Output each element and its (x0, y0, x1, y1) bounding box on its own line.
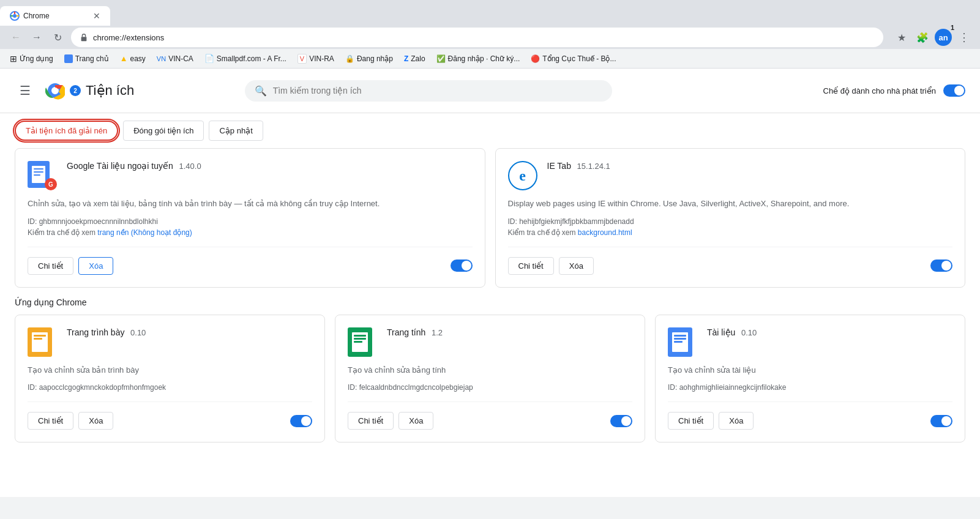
svg-point-1 (13, 14, 17, 18)
app-name: Trang tính (387, 327, 425, 337)
bookmark-apps[interactable]: ⊞ Ứng dụng (5, 52, 58, 65)
bookmark-thue[interactable]: 🔴 Tổng Cục Thuế - Bộ... (526, 53, 621, 65)
app-desc: Tạo và chỉnh sửa bảng tính (348, 364, 632, 376)
search-input[interactable] (273, 86, 602, 95)
user-avatar[interactable]: an (935, 29, 952, 46)
notification-badge: 2 (70, 85, 81, 96)
bookmark-label: Đăng nhập · Chữ ký... (448, 54, 520, 63)
extensions-content: G Google Tài liệu ngoại tuyến 1.40.0 Chỉ… (0, 148, 980, 457)
ext-id: ID: hehijbfgiekmjfkfjpbkbammjbdenadd (508, 217, 953, 226)
app-info: Trang trình bày 0.10 (67, 327, 312, 337)
page-content: ☰ 2 Tiện ích 🔍 Chế độ dành cho nhà phát … (0, 69, 980, 497)
svg-point-5 (52, 88, 58, 94)
active-tab[interactable]: Chrome ✕ (0, 6, 110, 26)
ext-name: Google Tài liệu ngoại tuyến (67, 161, 173, 171)
ext-name-version: IE Tab 15.1.24.1 (547, 161, 953, 171)
extension-card-gdocs: G Google Tài liệu ngoại tuyến 1.40.0 Chỉ… (15, 148, 485, 288)
app-enable-toggle[interactable] (290, 415, 312, 427)
search-bar[interactable]: 🔍 (245, 80, 612, 102)
ext-header: e IE Tab 15.1.24.1 (508, 161, 953, 190)
ext-desc: Display web pages using IE within Chrome… (508, 198, 953, 210)
zalo-icon: Z (404, 54, 408, 63)
address-text: chrome://extensions (93, 33, 164, 42)
app-delete-button[interactable]: Xóa (398, 412, 433, 430)
ext-detail-button[interactable]: Chi tiết (28, 257, 73, 275)
bookmark-smallpdf[interactable]: 📄 Smallpdf.com - A Fr... (200, 52, 291, 65)
ext-view-link[interactable]: trang nền (Không hoạt động) (97, 228, 192, 237)
bookmark-zalo[interactable]: Z Zalo (399, 53, 430, 65)
app-detail-button[interactable]: Chi tiết (348, 412, 394, 430)
ext-enable-toggle[interactable] (930, 260, 952, 272)
update-button[interactable]: Cập nhật (209, 121, 263, 141)
app-delete-button[interactable]: Xóa (719, 412, 754, 430)
app-header: Trang trình bày 0.10 (28, 327, 312, 357)
app-detail-button[interactable]: Chi tiết (668, 412, 714, 430)
bookmarks-bar: ⊞ Ứng dụng Trang chủ ▲ easy VN VIN-CA 📄 … (0, 49, 980, 69)
tab-title: Chrome (23, 12, 89, 20)
app-version: 1.2 (432, 328, 443, 337)
app-info: Tài liệu 0.10 (707, 327, 952, 337)
app-name: Trang trình bày (67, 327, 124, 337)
ext-enable-toggle[interactable] (451, 260, 473, 272)
forward-button[interactable]: → (28, 29, 45, 46)
app-enable-toggle[interactable] (610, 415, 632, 427)
bookmark-vinca[interactable]: VN VIN-CA (152, 53, 198, 65)
app-header: Trang tính 1.2 (348, 327, 632, 357)
load-unpacked-button[interactable]: Tải tiện ích đã giải nén (15, 121, 118, 141)
tab-close-icon[interactable]: ✕ (93, 11, 100, 21)
app-detail-button[interactable]: Chi tiết (28, 412, 73, 430)
sign-icon: ✅ (436, 54, 446, 63)
extension-card-ietab: e IE Tab 15.1.24.1 Display web pages usi… (495, 148, 966, 288)
reload-button[interactable]: ↻ (49, 29, 66, 46)
ext-info: Google Tài liệu ngoại tuyến 1.40.0 (67, 161, 473, 171)
chrome-logo-icon (45, 81, 65, 100)
gdocs-icon: G (28, 161, 57, 190)
ext-name-version: Google Tài liệu ngoại tuyến 1.40.0 (67, 161, 473, 171)
back-button[interactable]: ← (7, 29, 24, 46)
pack-extension-button[interactable]: Đóng gói tiện ích (123, 121, 204, 141)
app-version: 0.10 (741, 328, 757, 337)
app-card-slides: Trang trình bày 0.10 Tạo và chỉnh sửa bả… (15, 315, 325, 443)
toolbar: Tải tiện ích đã giải nén Đóng gói tiện í… (0, 113, 980, 148)
tax-icon: 🔴 (531, 54, 540, 63)
bookmark-home[interactable]: Trang chủ (59, 53, 114, 65)
bookmark-vinra[interactable]: V VIN-RA (293, 52, 339, 65)
ext-view-link[interactable]: background.html (578, 228, 632, 237)
ext-header: G Google Tài liệu ngoại tuyến 1.40.0 (28, 161, 473, 190)
docs-icon (668, 327, 697, 357)
bookmark-label: Smallpdf.com - A Fr... (217, 54, 286, 63)
title-bar: ← → ↻ chrome://extensions ★ 🧩 an 1 ⋮ (0, 26, 980, 49)
app-enable-toggle[interactable] (930, 415, 952, 427)
ext-delete-button[interactable]: Xóa (78, 257, 113, 275)
bookmark-easy[interactable]: ▲ easy (115, 52, 151, 65)
bookmark-label: Đang nhập (357, 54, 393, 63)
ext-footer: Chi tiết Xóa (28, 247, 473, 275)
page-header: ☰ 2 Tiện ích 🔍 Chế độ dành cho nhà phát … (0, 69, 980, 113)
ext-id: ID: ghbmnnjooekpmoecnnnilnnbdlolhkhi (28, 217, 473, 226)
app-delete-button[interactable]: Xóa (78, 412, 113, 430)
ext-detail-button[interactable]: Chi tiết (508, 257, 554, 275)
extensions-button[interactable]: 🧩 (914, 29, 931, 46)
dev-mode-toggle[interactable] (943, 84, 965, 97)
drive-icon: ▲ (120, 54, 128, 63)
dev-mode-label: Chế độ dành cho nhà phát triển (823, 86, 936, 95)
ext-delete-button[interactable]: Xóa (559, 257, 594, 275)
tab-bar: Chrome ✕ (0, 0, 980, 26)
tab-favicon (10, 11, 20, 21)
bookmark-dangnhap[interactable]: 🔒 Đang nhập (340, 53, 398, 65)
address-bar[interactable]: chrome://extensions (71, 28, 883, 47)
bookmark-label: Trang chủ (75, 54, 109, 63)
bookmark-chukysign[interactable]: ✅ Đăng nhập · Chữ ký... (432, 53, 525, 65)
bookmark-page-button[interactable]: ★ (893, 29, 910, 46)
app-desc: Tạo và chỉnh sửa tài liệu (668, 364, 952, 376)
bookmark-label: VIN-RA (309, 54, 334, 63)
sheets-icon (348, 327, 377, 357)
app-footer: Chi tiết Xóa (668, 401, 952, 430)
corner-badge: 1 (951, 24, 954, 31)
chrome-menu-button[interactable]: ⋮ (956, 29, 973, 46)
home-icon (64, 54, 73, 63)
hamburger-menu[interactable]: ☰ (15, 78, 36, 103)
chrome-apps-title: Ứng dụng Chrome (15, 297, 965, 307)
svg-rect-2 (81, 37, 87, 41)
ext-desc: Chỉnh sửa, tạo và xem tài liệu, bảng tín… (28, 198, 473, 210)
